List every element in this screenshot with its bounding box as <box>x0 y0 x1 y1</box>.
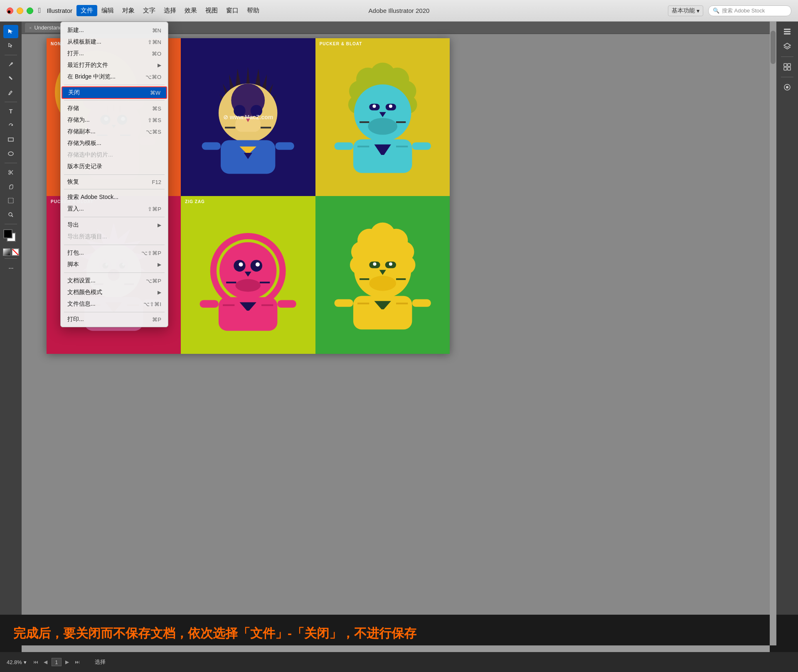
menu-bar: Illustrator 文件 编辑 对象 文字 选择 效果 视图 窗口 帮助 <box>43 5 668 16</box>
menu-help[interactable]: 帮助 <box>243 5 264 16</box>
svg-point-2 <box>8 152 13 156</box>
brush-tool[interactable] <box>3 86 18 99</box>
menu-view[interactable]: 视图 <box>201 5 222 16</box>
menu-type[interactable]: 文字 <box>139 5 160 16</box>
properties-panel-btn[interactable] <box>780 25 795 38</box>
menu-save-as-label: 存储为... <box>67 116 90 124</box>
libraries-panel-btn[interactable] <box>780 60 795 74</box>
menu-recent[interactable]: 最近打开的文件 ▶ <box>61 59 168 71</box>
page-navigation: ⏮ ◀ 1 ▶ ⏭ <box>32 658 81 666</box>
pen-tool[interactable] <box>3 58 18 71</box>
menu-package[interactable]: 打包... ⌥⇧⌘P <box>61 247 168 259</box>
maximize-button[interactable] <box>27 7 33 14</box>
horizontal-scrollbar[interactable] <box>22 645 770 652</box>
menu-print-label: 打印... <box>67 316 84 323</box>
workspace-button[interactable]: 基本功能 ▾ <box>668 5 703 16</box>
traffic-lights: ● <box>0 7 33 14</box>
color-swatches[interactable] <box>3 229 18 243</box>
tab-close-button[interactable]: × <box>29 25 32 30</box>
menu-color-mode[interactable]: 文档颜色模式 ▶ <box>61 287 168 298</box>
none-swatch[interactable] <box>12 248 19 256</box>
app-title: Adobe Illustrator 2020 <box>369 7 430 14</box>
foreground-color-swatch[interactable] <box>3 229 12 238</box>
svg-rect-178 <box>788 67 791 70</box>
svg-point-118 <box>373 262 376 266</box>
menu-new[interactable]: 新建... ⌘N <box>61 25 168 36</box>
ellipse-tool[interactable] <box>3 147 18 160</box>
toolbar-separator-5 <box>5 258 17 259</box>
menu-bridge[interactable]: 在 Bridge 中浏览... ⌥⌘O <box>61 71 168 83</box>
more-tools[interactable]: ··· <box>3 261 18 275</box>
pencil-tool[interactable] <box>3 72 18 85</box>
rectangle-tool[interactable] <box>3 133 18 146</box>
next-page-btn[interactable]: ▶ <box>63 658 71 666</box>
menu-search-stock[interactable]: 搜索 Adobe Stock... <box>61 191 168 203</box>
zoom-tool[interactable] <box>3 208 18 221</box>
menu-scripts[interactable]: 脚本 ▶ <box>61 259 168 270</box>
menu-print[interactable]: 打印... ⌘P <box>61 314 168 325</box>
last-page-btn[interactable]: ⏭ <box>73 658 81 666</box>
menu-save-as-shortcut: ⇧⌘S <box>148 117 161 123</box>
menu-file-info[interactable]: 文件信息... ⌥⇧⌘I <box>61 298 168 310</box>
close-button[interactable]: ● <box>7 7 13 14</box>
lion-cell-dark: ⊘ www.MacZ.com <box>181 38 315 196</box>
direct-selection-tool[interactable] <box>3 39 18 52</box>
vertical-scrollbar[interactable] <box>770 22 776 645</box>
right-panel <box>776 22 798 652</box>
menu-select[interactable]: 选择 <box>160 5 180 16</box>
menu-save-slices-label: 存储选中的切片... <box>67 151 113 159</box>
vertical-scroll-thumb[interactable] <box>771 31 776 64</box>
menu-illustrator[interactable]: Illustrator <box>43 5 77 16</box>
dropdown-section-2: 存储 ⌘S 存储为... ⇧⌘S 存储副本... ⌥⌘S 存储为模板... 存储… <box>61 102 168 173</box>
menu-save-template[interactable]: 存储为模板... <box>61 137 168 149</box>
menu-export-arrow: ▶ <box>158 222 161 228</box>
menu-new-template[interactable]: 从模板新建... ⇧⌘N <box>61 36 168 48</box>
menu-scripts-arrow: ▶ <box>158 262 161 267</box>
svg-rect-66 <box>412 142 431 150</box>
menu-close[interactable]: 关闭 ⌘W <box>62 86 167 99</box>
first-page-btn[interactable]: ⏮ <box>32 658 40 666</box>
layers-panel-btn[interactable] <box>780 40 795 53</box>
menu-place[interactable]: 置入... ⇧⌘P <box>61 203 168 215</box>
rotate-tool[interactable] <box>3 119 18 132</box>
menu-edit[interactable]: 编辑 <box>97 5 118 16</box>
toolbar-separator-4 <box>5 224 17 224</box>
stock-search[interactable]: 🔍 搜索 Adobe Stock <box>708 5 791 16</box>
svg-rect-171 <box>784 29 791 30</box>
menu-new-template-label: 从模板新建... <box>67 38 101 46</box>
dropdown-section-4: 导出 ▶ 导出所选项目... <box>61 218 168 243</box>
gradient-swatch[interactable] <box>3 248 10 256</box>
menu-open[interactable]: 打开... ⌘O <box>61 48 168 59</box>
menu-export[interactable]: 导出 ▶ <box>61 219 168 231</box>
menu-save-as[interactable]: 存储为... ⇧⌘S <box>61 114 168 126</box>
svg-rect-175 <box>784 64 787 66</box>
menu-revert[interactable]: 恢复 F12 <box>61 176 168 188</box>
page-number[interactable]: 1 <box>52 658 62 666</box>
menu-effect[interactable]: 效果 <box>180 5 201 16</box>
artboard-tool[interactable] <box>3 194 18 207</box>
divider-8 <box>64 312 165 312</box>
menu-bridge-label: 在 Bridge 中浏览... <box>67 73 116 81</box>
type-tool[interactable]: T <box>3 105 18 118</box>
scissors-tool[interactable] <box>3 166 18 179</box>
menu-file[interactable]: 文件 <box>76 5 97 16</box>
instruction-text: 完成后，要关闭而不保存文档，依次选择「文件」-「关闭」，不进行保存 <box>13 625 416 642</box>
menu-doc-setup[interactable]: 文档设置... ⌥⌘P <box>61 275 168 287</box>
hand-tool[interactable] <box>3 180 18 193</box>
menu-export-selected: 导出所选项目... <box>61 231 168 243</box>
menu-version-history[interactable]: 版本历史记录 <box>61 161 168 172</box>
menu-revert-shortcut: F12 <box>152 179 161 185</box>
menu-search-stock-label: 搜索 Adobe Stock... <box>67 194 118 201</box>
menu-object[interactable]: 对象 <box>118 5 139 16</box>
menu-save[interactable]: 存储 ⌘S <box>61 103 168 114</box>
zoom-dropdown-icon[interactable]: ▾ <box>24 659 27 665</box>
menu-window[interactable]: 窗口 <box>222 5 243 16</box>
appearance-panel-btn[interactable] <box>780 81 795 94</box>
svg-rect-45 <box>276 142 294 150</box>
minimize-button[interactable] <box>17 7 23 14</box>
toolbar-separator-3 <box>5 163 17 163</box>
menu-doc-setup-shortcut: ⌥⌘P <box>146 278 161 284</box>
prev-page-btn[interactable]: ◀ <box>42 658 50 666</box>
menu-save-copy[interactable]: 存储副本... ⌥⌘S <box>61 126 168 137</box>
selection-tool[interactable] <box>3 25 18 38</box>
